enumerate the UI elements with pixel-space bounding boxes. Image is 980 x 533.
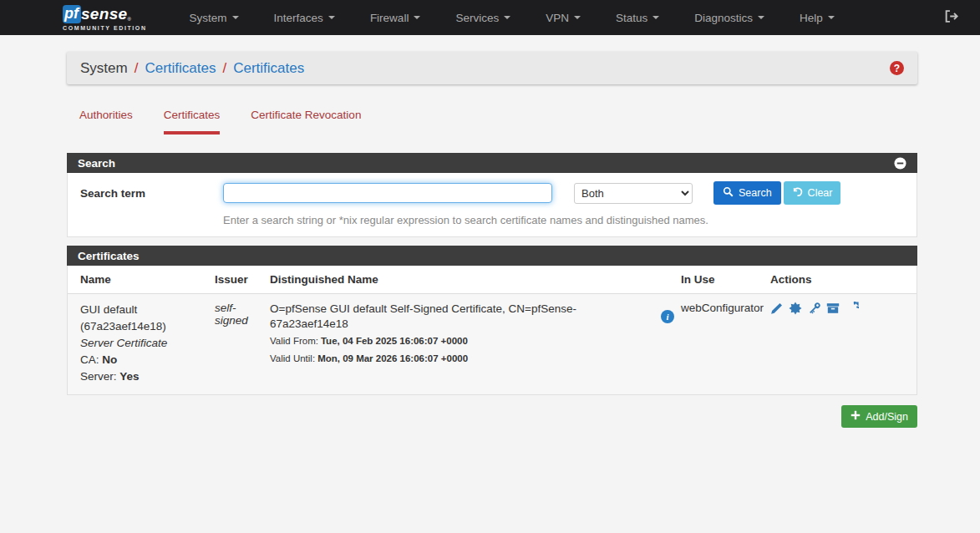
- sign-out-icon: [944, 9, 958, 27]
- certificate-actions: [770, 294, 917, 395]
- breadcrumb-certificates-link[interactable]: Certificates: [145, 60, 216, 77]
- column-header-name: Name: [68, 266, 215, 294]
- registered-mark: ®: [127, 17, 130, 22]
- pfsense-logo-pf-tile: pf: [63, 5, 81, 23]
- nav-item-diagnostics[interactable]: Diagnostics: [677, 0, 782, 35]
- certificates-panel-header: Certificates: [67, 246, 917, 266]
- export-key-icon[interactable]: [808, 302, 821, 317]
- search-panel-title: Search: [78, 157, 115, 170]
- search-panel-header: Search: [67, 153, 917, 173]
- search-icon: [723, 186, 734, 200]
- search-panel: Search Search term Both Search Clear: [67, 153, 917, 237]
- nav-item-services[interactable]: Services: [438, 0, 528, 35]
- certificate-valid-from: Valid From:Tue, 04 Feb 2025 16:06:07 +00…: [270, 333, 674, 349]
- search-hint-text: Enter a search string or *nix regular ex…: [223, 214, 905, 226]
- page-tabs: Authorities Certificates Certificate Rev…: [79, 109, 915, 135]
- community-edition-label: COMMUNITY EDITION: [63, 25, 147, 31]
- breadcrumb-separator: /: [222, 60, 226, 77]
- clear-button-label: Clear: [808, 187, 833, 199]
- logout-button[interactable]: [944, 9, 958, 27]
- certificate-issuer: self-signed: [215, 294, 270, 395]
- chevron-down-icon: [574, 16, 581, 19]
- page-footer: Add/Sign: [67, 405, 917, 428]
- renew-icon[interactable]: [845, 302, 859, 317]
- export-certificate-seal-icon[interactable]: [789, 302, 802, 317]
- breadcrumb-system: System: [80, 60, 128, 77]
- chevron-down-icon: [414, 16, 420, 19]
- add-sign-button[interactable]: Add/Sign: [841, 405, 917, 428]
- tab-authorities[interactable]: Authorities: [79, 109, 133, 135]
- certificates-panel: Certificates Name Issuer Distinguished N…: [67, 246, 917, 395]
- pfsense-logo-sense: sense: [81, 5, 127, 23]
- undo-icon: [792, 186, 803, 200]
- nav-item-help[interactable]: Help: [782, 0, 852, 35]
- nav-item-label: Interfaces: [274, 12, 323, 24]
- nav-item-interfaces[interactable]: Interfaces: [256, 0, 353, 35]
- chevron-down-icon: [232, 16, 239, 19]
- certificate-server-flag: Server: Yes: [80, 368, 208, 385]
- certificate-name: GUI default (67a23aef14e18): [80, 302, 208, 335]
- clear-button[interactable]: Clear: [784, 181, 841, 205]
- help-icon[interactable]: ?: [890, 61, 904, 75]
- chevron-down-icon: [652, 16, 659, 19]
- column-header-issuer: Issuer: [215, 266, 270, 294]
- certificate-row: GUI default (67a23aef14e18) Server Certi…: [68, 294, 917, 395]
- search-panel-body: Search term Both Search Clear Enter a se…: [67, 173, 917, 237]
- chevron-down-icon: [504, 16, 510, 19]
- tab-certificates[interactable]: Certificates: [164, 109, 221, 135]
- chevron-down-icon: [828, 16, 835, 19]
- search-input[interactable]: [223, 183, 552, 203]
- search-term-label: Search term: [80, 187, 223, 200]
- breadcrumb-certificates-page-link[interactable]: Certificates: [233, 60, 304, 77]
- pfsense-logo-wordmark: pfsense®: [63, 5, 147, 23]
- certificate-valid-until: Valid Until:Mon, 09 Mar 2026 16:06:07 +0…: [270, 351, 674, 367]
- certificate-distinguished-name: O=pfSense GUI default Self-Signed Certif…: [270, 302, 653, 332]
- top-navbar: pfsense® COMMUNITY EDITION System Interf…: [0, 0, 980, 35]
- nav-item-system[interactable]: System: [172, 0, 256, 35]
- search-button-label: Search: [739, 187, 772, 199]
- nav-item-status[interactable]: Status: [598, 0, 677, 35]
- nav-item-label: Help: [800, 12, 823, 24]
- certificates-panel-title: Certificates: [78, 250, 140, 262]
- certificate-type: Server Certificate: [80, 335, 208, 352]
- tab-certificate-revocation[interactable]: Certificate Revocation: [251, 109, 361, 135]
- export-p12-archive-icon[interactable]: [826, 302, 840, 317]
- search-button[interactable]: Search: [713, 181, 781, 205]
- column-header-actions: Actions: [770, 266, 917, 294]
- nav-item-vpn[interactable]: VPN: [528, 0, 598, 35]
- pfsense-logo[interactable]: pfsense® COMMUNITY EDITION: [63, 5, 147, 31]
- breadcrumb: System / Certificates / Certificates ?: [67, 52, 917, 84]
- navbar-menu: System Interfaces Firewall Services VPN …: [172, 0, 944, 35]
- nav-item-label: VPN: [546, 12, 569, 24]
- add-sign-button-label: Add/Sign: [866, 411, 908, 423]
- certificates-panel-body: Name Issuer Distinguished Name In Use Ac…: [67, 266, 917, 395]
- plus-icon: [851, 410, 861, 423]
- edit-pencil-icon[interactable]: [770, 302, 783, 317]
- chevron-down-icon: [328, 16, 335, 19]
- table-header-row: Name Issuer Distinguished Name In Use Ac…: [68, 266, 917, 294]
- column-header-distinguished-name: Distinguished Name: [270, 266, 681, 294]
- nav-item-firewall[interactable]: Firewall: [353, 0, 439, 35]
- nav-item-label: System: [190, 12, 227, 24]
- nav-item-label: Firewall: [370, 12, 409, 24]
- breadcrumb-separator: /: [135, 60, 139, 77]
- nav-item-label: Status: [616, 12, 647, 24]
- column-header-in-use: In Use: [681, 266, 770, 294]
- chevron-down-icon: [758, 16, 764, 19]
- certificate-ca-flag: CA: No: [80, 352, 208, 368]
- certificates-table: Name Issuer Distinguished Name In Use Ac…: [68, 266, 917, 394]
- collapse-panel-icon[interactable]: [894, 157, 906, 170]
- search-type-select[interactable]: Both: [574, 183, 693, 204]
- nav-item-label: Diagnostics: [694, 12, 753, 24]
- certificate-in-use: webConfigurator: [681, 294, 770, 395]
- nav-item-label: Services: [455, 12, 499, 24]
- info-icon[interactable]: i: [661, 310, 674, 323]
